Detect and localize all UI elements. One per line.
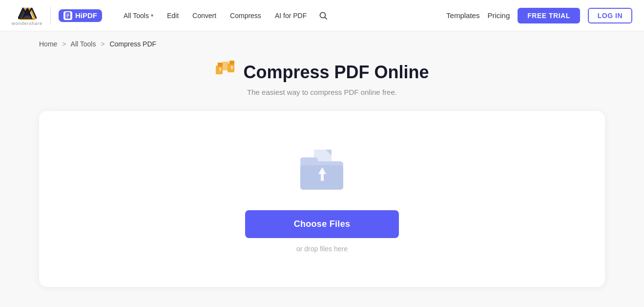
drop-hint: or drop files here — [296, 245, 348, 253]
nav-convert[interactable]: Convert — [187, 8, 222, 23]
nav-compress[interactable]: Compress — [224, 8, 267, 23]
search-icon — [319, 11, 328, 20]
page-subtitle: The easiest way to compress PDF online f… — [247, 88, 397, 96]
svg-rect-9 — [216, 66, 223, 74]
main-content: Compress PDF Online The easiest way to c… — [0, 57, 644, 307]
breadcrumb-current: Compress PDF — [109, 40, 156, 48]
folder-illustration-svg — [295, 146, 349, 195]
wondershare-text: wondershare — [12, 21, 42, 26]
hipdf-icon — [63, 11, 72, 20]
header-divider — [50, 7, 51, 24]
breadcrumb-home[interactable]: Home — [39, 40, 57, 48]
nav-pricing[interactable]: Pricing — [487, 11, 510, 20]
page-title-area: Compress PDF Online — [215, 62, 429, 83]
compress-pdf-icon-svg — [215, 61, 236, 84]
breadcrumb-sep-2: > — [101, 40, 104, 48]
svg-rect-5 — [66, 15, 69, 16]
logo-area: wondershare HiPDF — [12, 5, 102, 26]
main-nav: All Tools ▾ Edit Convert Compress AI for… — [118, 7, 332, 24]
wondershare-logo[interactable]: wondershare — [12, 5, 42, 26]
svg-rect-4 — [66, 14, 69, 15]
right-nav: Templates Pricing FREE TRIAL LOG IN — [446, 8, 632, 23]
svg-rect-19 — [300, 157, 318, 164]
breadcrumb: Home > All Tools > Compress PDF — [0, 31, 644, 57]
free-trial-button[interactable]: FREE TRIAL — [518, 8, 580, 23]
login-button[interactable]: LOG IN — [588, 8, 632, 23]
page-title: Compress PDF Online — [243, 62, 429, 83]
compress-pdf-icon — [215, 62, 236, 83]
svg-marker-13 — [229, 61, 234, 65]
hipdf-label: HiPDF — [75, 11, 97, 20]
svg-rect-6 — [66, 17, 68, 18]
nav-edit[interactable]: Edit — [161, 8, 185, 23]
svg-rect-15 — [222, 62, 229, 70]
all-tools-chevron-icon: ▾ — [151, 13, 153, 18]
wondershare-logo-mark — [18, 5, 37, 20]
nav-all-tools[interactable]: All Tools ▾ — [118, 8, 159, 23]
hipdf-badge[interactable]: HiPDF — [59, 9, 102, 22]
svg-marker-10 — [218, 63, 223, 66]
upload-illustration — [295, 146, 349, 195]
nav-templates[interactable]: Templates — [446, 11, 479, 20]
header: wondershare HiPDF All Tools ▾ Edit Conve… — [0, 0, 644, 31]
choose-files-button[interactable]: Choose Files — [245, 210, 399, 238]
breadcrumb-all-tools[interactable]: All Tools — [71, 40, 96, 48]
nav-ai[interactable]: AI for PDF — [269, 8, 312, 23]
svg-line-8 — [325, 17, 327, 19]
search-button[interactable] — [314, 7, 332, 24]
breadcrumb-sep-1: > — [62, 40, 66, 48]
upload-area[interactable]: Choose Files or drop files here — [39, 111, 605, 287]
